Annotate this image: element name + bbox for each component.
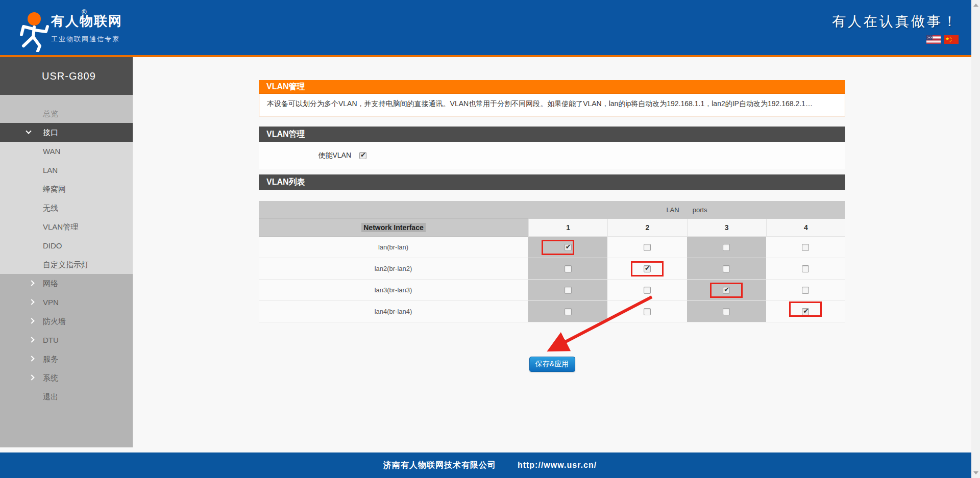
- port-cell: [766, 237, 845, 258]
- enable-vlan-checkbox[interactable]: [359, 152, 366, 159]
- sidebar-item-label: 服务: [43, 355, 58, 363]
- port-header-2: 2: [607, 219, 687, 237]
- sidebar-item-custom-led[interactable]: 自定义指示灯: [0, 255, 133, 274]
- port-checkbox[interactable]: [723, 287, 730, 294]
- brand-block: 有人物联网 工业物联网通信专家: [51, 12, 122, 44]
- port-cell: [528, 280, 607, 301]
- usr-logo-icon: [11, 5, 57, 52]
- sidebar-item-label: DTU: [43, 336, 59, 344]
- port-checkbox[interactable]: [723, 244, 730, 251]
- sidebar-menu: 总览 接口 WAN LAN 蜂窝网 无线 VLAN管理 DIDO 自定义指示灯 …: [0, 95, 133, 406]
- sidebar-item-label: 系统: [43, 373, 58, 382]
- page-description: 本设备可以划分为多个VLAN，并支持电脑间的直接通讯。VLAN也常用于分割不同网…: [259, 93, 845, 116]
- sidebar-item-services[interactable]: 服务: [0, 349, 133, 368]
- sidebar-item-overview[interactable]: 总览: [0, 104, 133, 123]
- port-cell: [766, 258, 845, 280]
- section-header-vlan-manage: VLAN管理: [259, 127, 845, 142]
- table-row: lan2(br-lan2): [259, 258, 845, 280]
- interface-header-cell: Network Interface: [259, 219, 528, 237]
- cn-flag-icon[interactable]: ★ ★ ★ ★ ★: [944, 35, 959, 44]
- port-checkbox[interactable]: [644, 265, 651, 272]
- port-checkbox[interactable]: [723, 308, 730, 315]
- lan-label: LAN: [666, 206, 679, 214]
- sidebar-item-dtu[interactable]: DTU: [0, 331, 133, 349]
- port-checkbox[interactable]: [565, 265, 572, 272]
- port-checkbox[interactable]: [565, 308, 572, 315]
- enable-vlan-label: 使能VLAN: [259, 151, 351, 160]
- port-cell: [687, 237, 766, 258]
- table-row: lan4(br-lan4): [259, 301, 845, 322]
- port-checkbox[interactable]: [802, 265, 809, 272]
- port-cell: [528, 301, 607, 322]
- port-cell: [687, 301, 766, 322]
- sidebar-item-label: 防火墙: [43, 317, 66, 325]
- port-checkbox[interactable]: [644, 244, 651, 251]
- port-cell: [607, 258, 687, 280]
- footer-company: 济南有人物联网技术有限公司: [383, 460, 496, 471]
- ports-label: ports: [693, 206, 707, 214]
- sidebar-item-vlan[interactable]: VLAN管理: [0, 217, 133, 236]
- port-checkbox[interactable]: [644, 308, 651, 315]
- chevron-right-icon: [29, 299, 34, 305]
- scroll-up-icon[interactable]: [973, 4, 978, 7]
- scroll-down-icon[interactable]: [973, 471, 978, 474]
- svg-text:★: ★: [945, 36, 949, 41]
- port-header-3: 3: [687, 219, 766, 237]
- port-cell: [607, 301, 687, 322]
- chevron-right-icon: [29, 356, 34, 361]
- sidebar-item-wireless[interactable]: 无线: [0, 198, 133, 217]
- brand-tagline: 工业物联网通信专家: [51, 35, 122, 44]
- sidebar-item-lan[interactable]: LAN: [0, 161, 133, 180]
- port-cell: [766, 280, 845, 301]
- table-row: lan(br-lan): [259, 237, 845, 258]
- vertical-scrollbar[interactable]: [971, 0, 980, 478]
- footer-url[interactable]: http://www.usr.cn/: [518, 461, 597, 470]
- enable-vlan-panel: 使能VLAN: [259, 142, 845, 169]
- port-checkbox[interactable]: [644, 287, 651, 294]
- sidebar-item-label: VPN: [43, 298, 59, 307]
- top-header: ® 有人物联网 工业物联网通信专家 有人在认真做事！: [0, 0, 980, 55]
- port-checkbox[interactable]: [802, 308, 809, 315]
- brand-name: 有人物联网: [51, 12, 122, 30]
- port-cell: [687, 280, 766, 301]
- port-checkbox[interactable]: [565, 244, 572, 251]
- interface-name: lan3(br-lan3): [259, 280, 528, 301]
- sidebar-item-interface[interactable]: 接口: [0, 123, 133, 142]
- interface-name: lan2(br-lan2): [259, 258, 528, 280]
- table-group-header-row: LAN ports: [259, 201, 845, 219]
- sidebar-item-cellular[interactable]: 蜂窝网: [0, 180, 133, 198]
- chevron-right-icon: [29, 374, 34, 380]
- chevron-down-icon: [26, 128, 31, 134]
- sidebar-item-wan[interactable]: WAN: [0, 142, 133, 161]
- interface-name: lan(br-lan): [259, 237, 528, 258]
- us-flag-icon[interactable]: [926, 35, 941, 44]
- table-column-header-row: Network Interface 1 2 3 4: [259, 219, 845, 237]
- port-cell: [607, 280, 687, 301]
- port-checkbox[interactable]: [802, 244, 809, 251]
- save-apply-button[interactable]: 保存&应用: [529, 357, 575, 372]
- port-cell: [766, 301, 845, 322]
- network-interface-header: Network Interface: [361, 223, 425, 232]
- sidebar-item-network[interactable]: 网络: [0, 274, 133, 293]
- chevron-right-icon: [29, 318, 34, 323]
- chevron-right-icon: [29, 280, 34, 286]
- sidebar-item-dido[interactable]: DIDO: [0, 236, 133, 255]
- sidebar-item-logout[interactable]: 退出: [0, 387, 133, 406]
- port-header-4: 4: [766, 219, 845, 237]
- port-cell: [528, 258, 607, 280]
- port-checkbox[interactable]: [565, 287, 572, 294]
- sidebar-item-system[interactable]: 系统: [0, 368, 133, 387]
- section-header-vlan-list: VLAN列表: [259, 174, 845, 190]
- empty-header-cell: [259, 201, 528, 219]
- sidebar-item-vpn[interactable]: VPN: [0, 293, 133, 312]
- interface-name: lan4(br-lan4): [259, 301, 528, 322]
- chevron-right-icon: [29, 337, 34, 342]
- port-cell: [528, 237, 607, 258]
- header-slogan: 有人在认真做事！: [832, 12, 959, 31]
- port-checkbox[interactable]: [802, 287, 809, 294]
- port-checkbox[interactable]: [723, 265, 730, 272]
- table-row: lan3(br-lan3): [259, 280, 845, 301]
- sidebar-item-firewall[interactable]: 防火墙: [0, 312, 133, 331]
- port-cell: [687, 258, 766, 280]
- lan-ports-header: LAN ports: [528, 201, 845, 219]
